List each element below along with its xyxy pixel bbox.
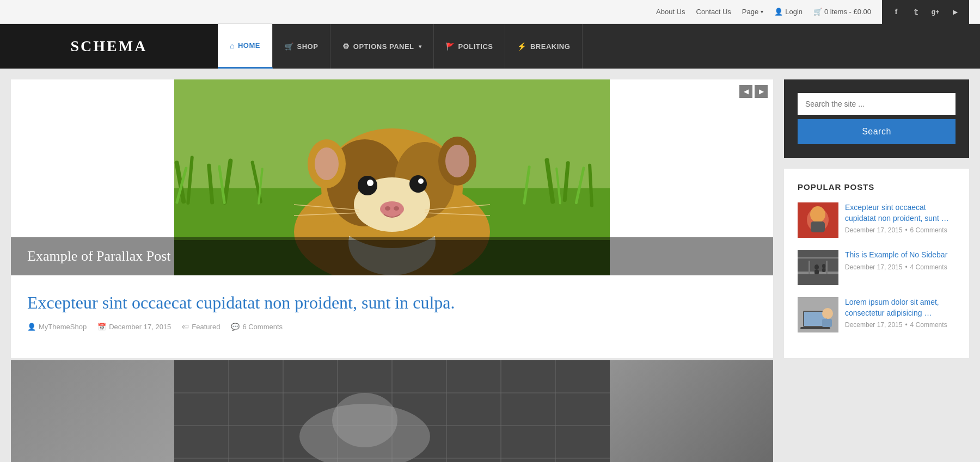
popular-post-item-3: Lorem ipsum dolor sit amet, consectetur … [798,297,955,332]
breaking-icon: ⚡ [517,42,527,51]
popular-post-meta-2: December 17, 2015 • 4 Comments [845,263,955,271]
main-nav: ⌂ HOME 🛒 SHOP ⚙ OPTIONS PANEL ▾ 🚩 POLITI… [218,24,980,69]
page-content: ◀ ▶ Example of Parallax Post Excepteur s… [0,69,980,462]
next-slide-button[interactable]: ▶ [755,85,768,98]
popular-post-comments-1[interactable]: 6 Comments [910,226,947,234]
facebook-icon[interactable]: f [886,0,906,24]
svg-point-61 [814,264,819,270]
dot-1: • [905,226,907,234]
login-label: Login [785,8,803,16]
nav-item-politics[interactable]: 🚩 POLITICS [434,24,505,69]
svg-point-26 [380,201,404,217]
about-us-link[interactable]: About Us [656,8,685,16]
svg-point-69 [822,308,833,319]
second-post: ★★★★★ [11,360,773,462]
chevron-down-icon: ▾ [761,9,763,15]
category-label: Featured [192,323,220,331]
prev-slide-button[interactable]: ◀ [739,85,752,98]
svg-rect-59 [826,261,828,274]
post-comments[interactable]: 💬 6 Comments [231,323,283,331]
nav-label-politics: POLITICS [458,42,493,51]
main-column: ◀ ▶ Example of Parallax Post Excepteur s… [11,79,773,462]
svg-point-28 [394,206,399,211]
post-meta: 👤 MyThemeShop 📅 December 17, 2015 🏷 Feat… [27,323,757,331]
date-text: December 17, 2015 [109,323,171,331]
svg-point-24 [367,180,373,186]
contact-us-link[interactable]: Contact Us [696,8,731,16]
second-post-image: ★★★★★ [11,360,773,462]
svg-rect-62 [814,270,819,274]
popular-post-meta-3: December 17, 2015 • 4 Comments [845,321,955,329]
post-image-controls: ◀ ▶ [739,85,768,98]
search-input[interactable] [798,93,955,115]
popular-post-info-2: This is Example of No Sidebar December 1… [845,250,955,271]
nav-label-shop: SHOP [297,42,318,51]
login-link[interactable]: 👤 Login [774,8,803,16]
author-name: MyThemeShop [39,323,87,331]
youtube-icon[interactable]: ▶ [945,0,965,24]
svg-rect-58 [808,261,810,274]
author-icon: 👤 [27,323,36,331]
search-button[interactable]: Search [798,119,955,144]
comments-count: 6 Comments [242,323,283,331]
popular-post-date-2: December 17, 2015 [845,263,902,271]
logo-text: SCHEMA [71,38,148,55]
page-dropdown[interactable]: Page ▾ [742,8,763,16]
nav-item-home[interactable]: ⌂ HOME [218,24,273,69]
svg-point-63 [822,264,825,268]
svg-rect-68 [800,327,830,329]
popular-post-date-1: December 17, 2015 [845,226,902,234]
popular-post-thumb-1 [798,202,838,238]
nav-item-breaking[interactable]: ⚡ BREAKING [505,24,583,69]
cart-label: 0 items - £0.00 [824,8,871,16]
home-icon: ⌂ [230,41,235,50]
svg-point-51 [332,393,397,447]
popular-post-item: Excepteur sint occaecat cupidatat non pr… [798,202,955,238]
nav-label-home: HOME [238,41,260,50]
politics-icon: 🚩 [446,42,455,51]
search-widget: Search [784,79,969,158]
dot-2: • [905,263,907,271]
options-icon: ⚙ [342,42,350,51]
nav-item-shop[interactable]: 🛒 SHOP [273,24,330,69]
svg-point-54 [810,206,825,223]
post-author: 👤 MyThemeShop [27,323,87,331]
post-body: Excepteur sint occaecat cupidatat non pr… [11,275,773,358]
svg-point-27 [385,206,390,211]
post-image-overlay: Example of Parallax Post [11,237,773,275]
main-header: SCHEMA ⌂ HOME 🛒 SHOP ⚙ OPTIONS PANEL ▾ 🚩… [0,24,980,69]
twitter-icon[interactable]: 𝕥 [906,0,926,24]
popular-post-thumb-2 [798,250,838,285]
cart-link[interactable]: 🛒 0 items - £0.00 [813,8,871,16]
post-date: 📅 December 17, 2015 [97,323,171,331]
nav-label-options: OPTIONS PANEL [353,42,414,51]
svg-point-32 [445,145,469,177]
site-logo[interactable]: SCHEMA [0,24,218,69]
featured-post-overlay-title: Example of Parallax Post [27,248,171,264]
nav-item-options-panel[interactable]: ⚙ OPTIONS PANEL ▾ [330,24,434,69]
popular-post-title-3[interactable]: Lorem ipsum dolor sit amet, consectetur … [845,297,955,318]
popular-post-meta-1: December 17, 2015 • 6 Comments [845,226,955,234]
shop-icon: 🛒 [285,42,294,51]
svg-point-22 [358,176,377,195]
popular-post-item-2: This is Example of No Sidebar December 1… [798,250,955,285]
sidebar: Search POPULAR POSTS Excepteur sint occ [784,79,969,462]
post-heading[interactable]: Excepteur sint occaecat cupidatat non pr… [27,292,757,315]
calendar-icon: 📅 [97,323,106,331]
popular-post-thumb-3 [798,297,838,332]
googleplus-icon[interactable]: g+ [926,0,945,24]
top-bar-links: About Us Contact Us Page ▾ 👤 Login 🛒 0 i… [656,8,871,16]
cart-icon: 🛒 [813,8,822,16]
popular-post-date-3: December 17, 2015 [845,321,902,329]
comment-icon: 💬 [231,323,240,331]
tag-icon: 🏷 [182,323,189,331]
svg-rect-70 [822,319,832,327]
popular-post-title-1[interactable]: Excepteur sint occaecat cupidatat non pr… [845,202,955,224]
social-icons: f 𝕥 g+ ▶ [882,0,969,24]
post-category[interactable]: 🏷 Featured [182,323,220,331]
popular-post-title-2[interactable]: This is Example of No Sidebar [845,250,955,261]
svg-rect-64 [822,268,825,272]
popular-post-comments-2[interactable]: 4 Comments [910,263,947,271]
popular-post-comments-3[interactable]: 4 Comments [910,321,947,329]
svg-rect-55 [811,221,825,232]
